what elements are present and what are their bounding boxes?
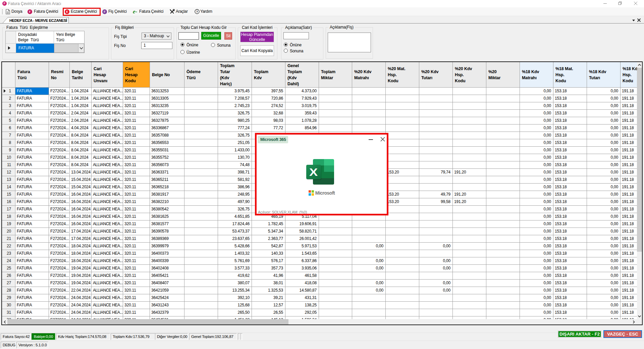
svg-text:?: ?: [196, 10, 198, 13]
